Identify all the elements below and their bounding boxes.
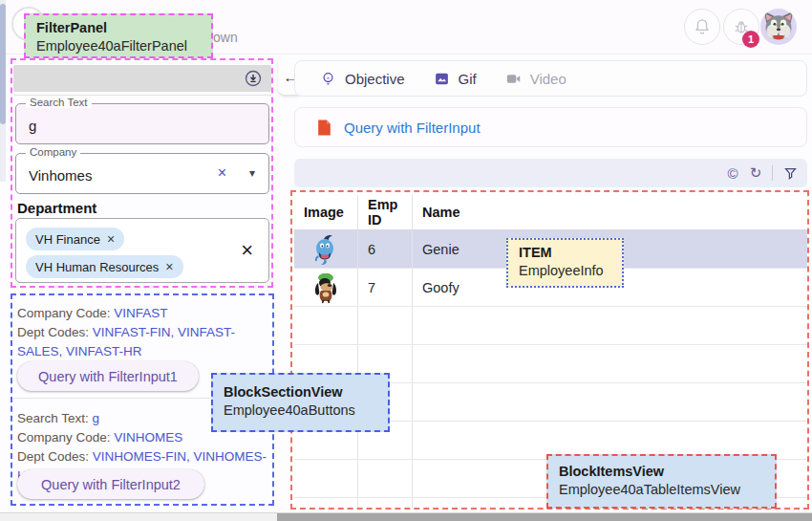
annotation-subtitle: Employee40aTableItemsView [559,482,740,497]
header-partial-title: own [213,30,238,45]
tab-video[interactable]: Video [505,71,566,87]
user-avatar[interactable] [760,9,797,45]
filter-input1-summary: Company Code: VINFAST Dept Codes: VINFAS… [17,304,264,361]
column-header-name[interactable]: Name [413,195,807,229]
column-header-image[interactable]: Image [294,195,358,229]
grid-toolbar: © ↻ [294,159,807,187]
annotation-subtitle: EmployeeInfo [519,263,604,278]
annotation-blocksectionview: BlockSectionView Employee40aButtons [211,373,390,432]
query-button-label: Query with FilterInput [344,119,481,136]
query-filterinput1-button[interactable]: Query with FilterInput1 [17,361,199,391]
tab-objective[interactable]: Objective [320,71,405,87]
company-code-label: Company Code: [17,430,111,445]
tom-cat-avatar-image [761,10,796,44]
tab-label: Video [530,71,566,87]
dept-codes-label: Dept Codes: [17,449,89,464]
company-select-field[interactable]: Company Vinhomes × ▾ [15,153,269,194]
annotation-title: FilterPanel [36,20,107,35]
table-header-row: Image Emp ID Name [294,195,807,230]
department-label: Department [17,200,96,216]
toolbar-separator [772,165,773,181]
horizontal-scrollbar-thumb[interactable] [277,513,812,521]
search-text-value: g [29,118,36,134]
panel-divider [13,95,271,96]
query-filterinput2-button[interactable]: Query with FilterInput2 [17,469,204,499]
annotation-title: BlockItemsView [559,464,664,479]
department-chip[interactable]: VH Finance × [26,228,124,250]
debug-badge: 1 [742,31,759,48]
content-tabbar: Objective Gif Video [294,60,807,97]
chip-label: VH Human Resources [35,260,159,274]
video-camera-icon [505,71,522,87]
search-text-label: Search Text [26,97,92,108]
chip-remove-icon[interactable]: × [107,231,115,247]
search-text-field[interactable]: Search Text g [15,103,269,144]
notifications-button[interactable] [684,9,720,45]
empid-cell: 7 [358,269,413,306]
goofy-cartoon-image [311,271,340,304]
search-text-value: g [93,411,100,425]
employee-image-cell [294,230,358,268]
annotation-subtitle: Employee40aButtons [224,402,355,418]
left-scrollbar-thumb[interactable] [0,4,6,124]
company-label: Company [26,146,80,158]
table-row-empty [294,307,807,345]
settings-circle-icon[interactable]: © [721,165,744,182]
chip-label: VH Finance [35,232,100,247]
employee-image-cell [294,269,358,306]
annotation-filterpanel: FilterPanel Employee40aFilterPanel [24,13,213,58]
department-chip[interactable]: VH Human Resources × [26,255,183,278]
annotation-item: ITEM EmployeeInfo [506,238,624,288]
department-clear-icon[interactable]: × [241,238,253,263]
dept-codes-label: Dept Codes: [17,325,89,339]
filter-panel-toolbar [13,65,271,92]
company-clear-icon[interactable]: × [218,164,226,182]
company-code-label: Company Code: [17,306,111,320]
filter-funnel-icon[interactable] [783,166,798,181]
bell-icon [693,17,712,36]
annotation-subtitle: Employee40aFilterPanel [36,38,187,54]
tab-label: Gif [459,71,477,87]
lightbulb-icon [320,71,336,87]
genie-cartoon-image [310,233,341,266]
query-with-filterinput-button[interactable]: Query with FilterInput [294,107,807,147]
collapse-circle-icon[interactable] [245,70,262,87]
refresh-icon[interactable]: ↻ [744,164,767,182]
chip-remove-icon[interactable]: × [165,259,173,274]
empid-cell: 6 [358,230,413,268]
file-icon [316,119,332,137]
annotation-title: BlockSectionView [224,384,343,400]
annotation-title: ITEM [519,245,552,260]
department-multiselect[interactable]: VH Finance × VH Human Resources × × [15,218,269,283]
company-value: Vinhomes [29,167,92,184]
company-code-value: VINFAST [114,306,167,320]
tab-gif[interactable]: Gif [434,71,477,87]
company-caret-down-icon[interactable]: ▾ [249,166,255,180]
search-text-label: Search Text: [17,411,89,425]
image-icon [434,71,450,87]
column-header-empid[interactable]: Emp ID [358,195,413,229]
company-code-value: VINHOMES [114,430,182,445]
annotation-blockitemsview: BlockItemsView Employee40aTableItemsView [546,454,777,509]
tab-label: Objective [345,71,405,87]
